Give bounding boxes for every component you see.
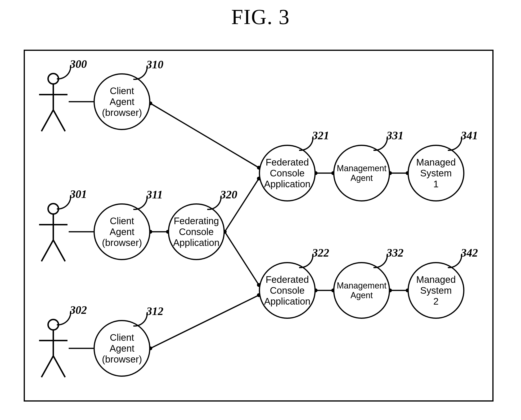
node-federating-console-320: FederatingConsoleApplication <box>168 203 225 260</box>
node-label: ClientAgent(browser) <box>102 215 142 248</box>
svg-line-21 <box>53 240 65 261</box>
svg-line-3 <box>150 103 259 168</box>
actor-icon <box>37 72 70 134</box>
node-label: FederatedConsoleApplication <box>264 157 311 189</box>
node-label: ClientAgent(browser) <box>102 332 142 365</box>
node-federated-console-321: FederatedConsoleApplication <box>259 145 316 202</box>
ref-label: 311 <box>146 188 163 201</box>
svg-line-7 <box>150 295 259 348</box>
node-label: ManagedSystem1 <box>416 157 456 189</box>
ref-label: 312 <box>146 305 163 318</box>
node-label: ManagementAgent <box>337 163 387 183</box>
ref-label: 321 <box>312 129 329 142</box>
svg-line-6 <box>225 232 259 285</box>
node-client-agent-311: ClientAgent(browser) <box>93 203 150 260</box>
node-label: FederatingConsoleApplication <box>173 215 219 248</box>
node-label: FederatedConsoleApplication <box>264 274 311 307</box>
diagram-canvas: FIG. 3 <box>0 0 521 420</box>
svg-line-25 <box>41 356 53 377</box>
svg-line-20 <box>41 240 53 261</box>
ref-label: 331 <box>387 129 404 142</box>
node-label: ClientAgent(browser) <box>102 85 142 118</box>
node-management-agent-332: ManagementAgent <box>333 262 390 319</box>
node-managed-system-341: ManagedSystem1 <box>408 145 464 202</box>
ref-label: 300 <box>70 58 87 70</box>
ref-label: 301 <box>70 188 87 201</box>
node-label: ManagedSystem2 <box>416 274 456 307</box>
node-federated-console-322: FederatedConsoleApplication <box>259 262 316 319</box>
node-management-agent-331: ManagementAgent <box>333 145 390 202</box>
node-client-agent-312: ClientAgent(browser) <box>93 320 150 377</box>
svg-line-15 <box>41 110 53 131</box>
diagram-frame: ClientAgent(browser) ClientAgent(browser… <box>24 50 494 402</box>
ref-label: 342 <box>461 246 478 259</box>
node-label: ManagementAgent <box>337 281 387 300</box>
ref-label: 332 <box>387 246 404 259</box>
ref-label: 341 <box>461 129 478 142</box>
node-client-agent-310: ClientAgent(browser) <box>93 73 150 130</box>
actor-icon <box>37 202 70 264</box>
ref-label: 320 <box>220 188 237 201</box>
ref-label: 322 <box>312 246 329 259</box>
svg-line-26 <box>53 356 65 377</box>
ref-label: 302 <box>70 303 87 316</box>
ref-label: 310 <box>146 58 163 71</box>
svg-line-5 <box>225 179 259 232</box>
actor-icon <box>37 318 70 380</box>
figure-title: FIG. 3 <box>0 5 521 29</box>
node-managed-system-342: ManagedSystem2 <box>408 262 464 319</box>
svg-line-16 <box>53 110 65 131</box>
